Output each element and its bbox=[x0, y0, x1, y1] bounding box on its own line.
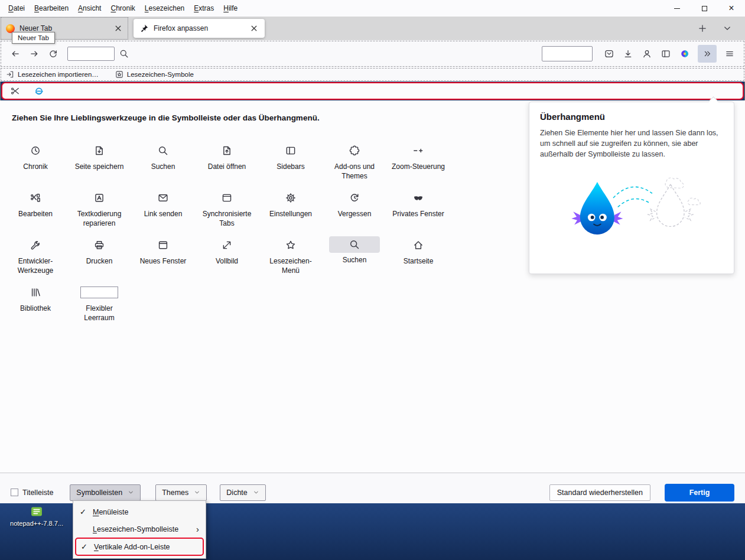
nav-right-buttons bbox=[600, 45, 694, 63]
private-mask-icon bbox=[413, 193, 424, 203]
tool-icon-wrap bbox=[349, 142, 360, 159]
toolbars-menu-item-lesezeichen-symbolleiste[interactable]: Lesezeichen-Symbolleiste› bbox=[75, 520, 204, 538]
restore-defaults-button[interactable]: Standard wiederherstellen bbox=[549, 484, 650, 501]
search-button[interactable] bbox=[115, 45, 134, 63]
menubar-item-bearbeiten[interactable]: Bearbeiten bbox=[30, 2, 73, 14]
tool-label: Datei öffnen bbox=[208, 162, 246, 172]
tool-vergessen[interactable]: Vergessen bbox=[323, 184, 386, 232]
pocket-button[interactable] bbox=[600, 45, 619, 63]
tab-close-icon[interactable] bbox=[249, 24, 259, 33]
checkmark-icon: ✓ bbox=[80, 507, 93, 516]
tool-neues-fenster[interactable]: Neues Fenster bbox=[131, 232, 195, 279]
extension-button[interactable] bbox=[675, 45, 694, 63]
vertical-addon-bar bbox=[1, 82, 744, 100]
menubar-item-hilfe[interactable]: Hilfe bbox=[219, 2, 242, 14]
customize-content: Ziehen Sie Ihre Lieblingswerkzeuge in di… bbox=[0, 100, 745, 473]
tool-icon-wrap bbox=[30, 142, 41, 159]
toolbars-dropdown[interactable]: Symbolleisten bbox=[70, 484, 141, 501]
tool-sidebars[interactable]: Sidebars bbox=[259, 137, 323, 184]
tool-lesezeichen-menü[interactable]: Lesezeichen-Menü bbox=[259, 232, 323, 279]
desktop-icon-notepadpp[interactable]: notepad++-7.8.7... bbox=[7, 505, 66, 527]
tool-label: Textkodierung reparieren bbox=[72, 210, 126, 228]
tab-label: Neuer Tab bbox=[19, 24, 109, 32]
sidebar-button[interactable] bbox=[656, 45, 675, 63]
done-button[interactable]: Fertig bbox=[665, 484, 734, 502]
ie-tab-button[interactable] bbox=[32, 82, 46, 100]
tool-textkodierung-reparieren[interactable]: Textkodierung reparieren bbox=[67, 184, 131, 232]
home-icon bbox=[413, 240, 424, 250]
toolbars-dropdown-label: Symbolleisten bbox=[76, 489, 122, 497]
ie-logo-icon bbox=[34, 86, 44, 96]
tool-vollbild[interactable]: Vollbild bbox=[195, 232, 259, 279]
tool-chronik[interactable]: Chronik bbox=[4, 137, 67, 184]
menubar-item-datei[interactable]: Datei bbox=[4, 2, 30, 14]
bookmark-symbols-item[interactable]: Lesezeichen-Symbole bbox=[115, 70, 194, 79]
menubar-item-chronik[interactable]: Chronik bbox=[106, 2, 139, 14]
new-tab-button[interactable] bbox=[694, 19, 711, 37]
download-icon bbox=[623, 49, 633, 58]
search-field[interactable] bbox=[542, 46, 593, 61]
reload-button[interactable] bbox=[44, 45, 63, 63]
titlebar-option[interactable]: Titelleiste bbox=[11, 489, 53, 497]
tool-suchen[interactable]: Suchen bbox=[323, 232, 386, 279]
tool-icon-wrap bbox=[285, 142, 296, 159]
menubar-item-ansicht[interactable]: Ansicht bbox=[73, 2, 106, 14]
menubar-item-lesezeichen[interactable]: Lesezeichen bbox=[140, 2, 189, 14]
minimize-button[interactable] bbox=[663, 0, 691, 17]
density-dropdown[interactable]: Dichte bbox=[220, 484, 265, 501]
tool-seite-speichern[interactable]: Seite speichern bbox=[67, 137, 131, 184]
tool-datei-öffnen[interactable]: Datei öffnen bbox=[195, 137, 259, 184]
reload-icon bbox=[48, 49, 58, 58]
tab-firefox-anpassen[interactable]: Firefox anpassen bbox=[134, 19, 265, 38]
tool-label: Einstellungen bbox=[269, 210, 312, 219]
tool-bearbeiten[interactable]: Bearbeiten bbox=[4, 184, 67, 232]
tool-label: Sidebars bbox=[276, 162, 304, 172]
tool-startseite[interactable]: Startseite bbox=[386, 232, 450, 279]
tool-synchronisierte-tabs[interactable]: Synchronisierte Tabs bbox=[195, 184, 259, 232]
tool-icon-wrap bbox=[413, 189, 424, 207]
tool-entwickler-werkzeuge[interactable]: Entwickler-Werkzeuge bbox=[4, 232, 67, 279]
tool-bibliothek[interactable]: Bibliothek bbox=[4, 279, 67, 326]
themes-dropdown-label: Themes bbox=[162, 489, 188, 497]
back-button[interactable] bbox=[6, 45, 25, 63]
tab-close-icon[interactable] bbox=[113, 24, 123, 33]
tool-drucken[interactable]: Drucken bbox=[67, 232, 131, 279]
tool-link-senden[interactable]: Link senden bbox=[131, 184, 195, 232]
addon-scissors-button[interactable] bbox=[8, 82, 22, 100]
titlebar-checkbox[interactable] bbox=[11, 489, 18, 496]
tab-list-button[interactable] bbox=[719, 19, 736, 37]
tool-add-ons-und-themes[interactable]: Add-ons und Themes bbox=[323, 137, 386, 184]
maximize-icon bbox=[702, 6, 707, 11]
app-menu-button[interactable] bbox=[720, 45, 739, 63]
close-window-button[interactable]: × bbox=[718, 0, 745, 17]
tool-icon-wrap bbox=[30, 284, 41, 301]
import-bookmarks-item[interactable]: Lesezeichen importieren… bbox=[6, 70, 99, 79]
chevron-double-right-icon bbox=[702, 49, 712, 58]
tool-flexibler-leerraum[interactable]: Flexibler Leerraum bbox=[67, 279, 131, 326]
overflow-menu-button[interactable] bbox=[698, 45, 717, 63]
maximize-button[interactable] bbox=[691, 0, 718, 17]
downloads-button[interactable] bbox=[619, 45, 637, 63]
edit-tools-icon bbox=[30, 193, 41, 203]
tool-icon-wrap bbox=[285, 236, 296, 254]
toolbars-menu-item-vertikale-add-on-leiste[interactable]: ✓Vertikale Add-on-Leiste bbox=[75, 538, 204, 556]
menubar-row: DateiBearbeitenAnsichtChronikLesezeichen… bbox=[0, 0, 745, 17]
tool-privates-fenster[interactable]: Privates Fenster bbox=[386, 184, 450, 232]
url-field[interactable] bbox=[67, 47, 115, 61]
toolbars-menu-item-menüleiste[interactable]: ✓Menüleiste bbox=[75, 503, 204, 520]
account-button[interactable] bbox=[637, 45, 656, 63]
tool-label: Chronik bbox=[23, 162, 47, 172]
tool-icon-wrap bbox=[285, 189, 296, 207]
tool-zoom-steuerung[interactable]: Zoom-Steuerung bbox=[386, 137, 450, 184]
tool-icon-wrap bbox=[222, 142, 232, 159]
tool-icon-wrap bbox=[413, 142, 424, 159]
tool-icon-wrap bbox=[349, 189, 360, 207]
themes-dropdown[interactable]: Themes bbox=[155, 484, 207, 501]
navigation-toolbar bbox=[0, 40, 745, 67]
tool-einstellungen[interactable]: Einstellungen bbox=[259, 184, 323, 232]
forward-button[interactable] bbox=[25, 45, 44, 63]
tools-grid: ChronikSeite speichernSuchenDatei öffnen… bbox=[4, 137, 450, 326]
tool-suchen[interactable]: Suchen bbox=[131, 137, 195, 184]
menubar-item-extras[interactable]: Extras bbox=[189, 2, 219, 14]
tool-label: Add-ons und Themes bbox=[327, 162, 382, 181]
